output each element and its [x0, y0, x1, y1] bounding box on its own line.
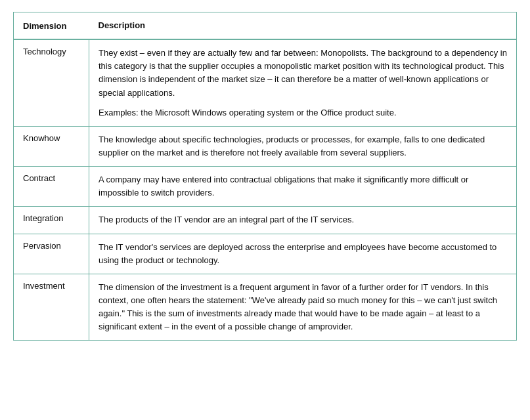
cell-dimension: Contract — [14, 167, 89, 207]
description-paragraph: The products of the IT vendor are an int… — [99, 213, 507, 226]
table-row: TechnologyThey exist – even if they are … — [14, 39, 517, 126]
dimensions-table: Dimension Description TechnologyThey exi… — [13, 12, 517, 341]
table-row: KnowhowThe knowledge about specific tech… — [14, 126, 517, 166]
description-paragraph: Examples: the Microsoft Windows operatin… — [99, 106, 507, 119]
cell-dimension: Technology — [14, 39, 89, 126]
cell-description: A company may have entered into contract… — [89, 167, 517, 207]
description-paragraph: A company may have entered into contract… — [99, 173, 507, 200]
table-container: Dimension Description TechnologyThey exi… — [0, 0, 530, 352]
cell-dimension: Pervasion — [14, 234, 89, 274]
description-paragraph: The knowledge about specific technologie… — [99, 133, 507, 159]
cell-description: The dimension of the investment is a fre… — [89, 274, 517, 341]
table-row: InvestmentThe dimension of the investmen… — [14, 274, 517, 341]
description-paragraph: The IT vendor's services are deployed ac… — [99, 241, 507, 267]
header-dimension: Dimension — [14, 12, 89, 40]
header-description: Description — [89, 12, 517, 40]
cell-description: The IT vendor's services are deployed ac… — [89, 234, 517, 274]
description-paragraph: The dimension of the investment is a fre… — [99, 281, 507, 334]
cell-description: The knowledge about specific technologie… — [89, 126, 517, 166]
cell-description: The products of the IT vendor are an int… — [89, 207, 517, 234]
table-row: ContractA company may have entered into … — [14, 167, 517, 207]
table-header-row: Dimension Description — [14, 12, 517, 40]
table-row: PervasionThe IT vendor's services are de… — [14, 234, 517, 274]
cell-dimension: Investment — [14, 274, 89, 341]
cell-description: They exist – even if they are actually f… — [89, 39, 517, 126]
description-paragraph: They exist – even if they are actually f… — [99, 47, 507, 100]
table-row: IntegrationThe products of the IT vendor… — [14, 207, 517, 234]
cell-dimension: Integration — [14, 207, 89, 234]
cell-dimension: Knowhow — [14, 126, 89, 166]
